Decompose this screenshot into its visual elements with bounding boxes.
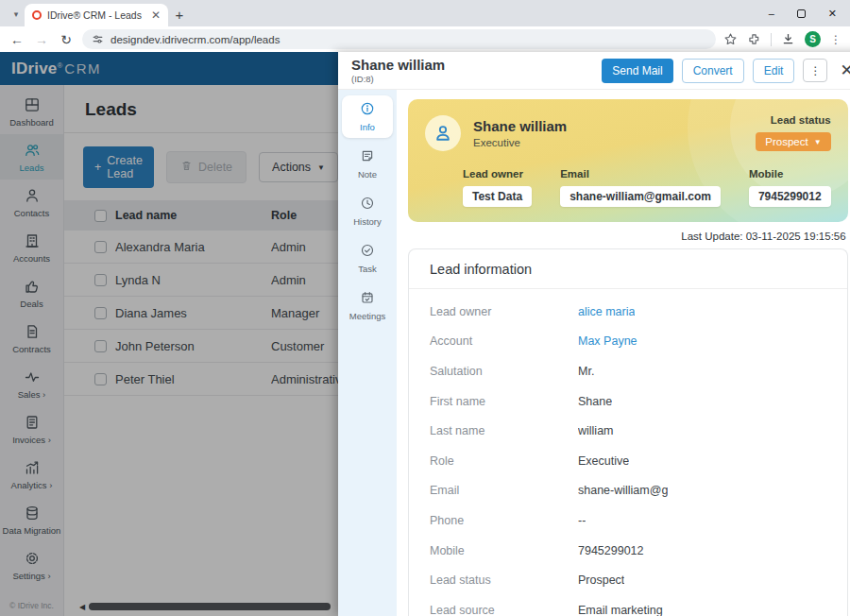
back-icon[interactable]: ← [8,32,26,47]
profile-avatar[interactable]: S [805,31,821,47]
field-value: Prospect [578,573,624,587]
lead-status-dropdown[interactable]: Prospect ▼ [756,132,830,151]
site-favicon-icon [32,10,42,20]
info-field-row: SalutationMr. [430,356,826,386]
tab-label: Note [358,169,377,180]
detail-content: Shane william Executive Lead status Pros… [397,90,850,616]
summary-lead-name: Shane william [473,118,567,134]
field-label: Phone [430,514,578,527]
field-value: Mr. [578,365,594,378]
field-label: Email [430,484,578,497]
browser-toolbar: ← → ↻ designdev.idrivecrm.com/app/leads … [0,26,850,52]
address-bar[interactable]: designdev.idrivecrm.com/app/leads [82,29,716,49]
lead-summary-card: Shane william Executive Lead status Pros… [408,99,848,222]
contact-label: Mobile [749,168,831,180]
browser-tab[interactable]: IDrive® CRM - Leads ✕ [25,4,168,26]
task-icon [360,243,375,260]
lead-id: (ID:8) [351,74,445,84]
contact-value-chip: Test Data [463,186,532,207]
info-field-row: Emailshane-william@g [430,476,826,506]
site-settings-icon[interactable] [92,33,104,45]
field-value[interactable]: alice maria [578,305,635,318]
new-tab-button[interactable]: + [168,3,191,26]
info-field-row: Mobile7945299012 [430,536,826,566]
modal-backdrop[interactable] [0,52,338,616]
url-text: designdev.idrivecrm.com/app/leads [110,34,280,45]
field-label: Account [430,334,578,348]
tab-label: Meetings [349,311,386,321]
screen: ▾ IDrive® CRM - Leads ✕ + – ✕ ← → ↻ desi… [0,0,850,616]
tab-label: Task [358,264,377,274]
field-label: Last name [430,424,578,437]
window-maximize-button[interactable] [797,9,806,18]
tab-label: History [353,216,382,227]
tab-title: IDrive® CRM - Leads [47,9,145,21]
field-label: Role [430,454,578,468]
toolbar-divider [771,33,772,46]
convert-button[interactable]: Convert [682,59,744,83]
field-value: Shane [578,395,612,408]
field-value: Executive [578,454,629,468]
field-label: Lead source [430,604,578,616]
tab-close-icon[interactable]: ✕ [151,9,161,22]
lead-information-card: Lead information Lead owneralice mariaAc… [408,248,848,616]
info-field-row: RoleExecutive [430,446,826,476]
window-close-button[interactable]: ✕ [828,9,837,19]
field-value: -- [578,514,586,527]
info-field-row: Lead owneralice maria [430,297,826,327]
bookmark-star-icon[interactable] [723,32,738,46]
more-options-icon[interactable]: ⋮ [803,59,827,82]
field-value[interactable]: Max Payne [578,334,638,348]
forward-icon[interactable]: → [33,32,50,47]
field-value: william [578,424,614,437]
lead-status-label: Lead status [771,114,831,126]
info-field-row: Lead statusProspect [430,565,826,595]
window-minimize-button[interactable]: – [769,9,774,19]
field-label: Lead status [430,573,578,587]
send-mail-button[interactable]: Send Mail [602,59,672,83]
field-label: Mobile [430,544,578,557]
note-icon [360,148,375,165]
downloads-icon[interactable] [781,32,795,46]
info-field-row: Phone-- [430,505,826,536]
tab-info[interactable]: Info [342,95,393,138]
lead-avatar [425,115,461,151]
summary-contact-lead-owner: Lead ownerTest Data [463,168,532,207]
chevron-down-icon: ▼ [814,138,822,146]
lead-detail-panel: Shane william (ID:8) Send Mail Convert E… [338,52,850,616]
tab-search-icon[interactable]: ▾ [8,5,25,24]
info-field-row: First nameShane [430,386,826,417]
tab-history[interactable]: History [342,190,393,232]
contact-value-chip: 7945299012 [749,186,831,207]
tab-meetings[interactable]: Meetings [342,284,393,327]
meetings-icon [360,290,375,307]
tab-task[interactable]: Task [342,237,393,280]
contact-label: Email [560,168,721,180]
close-panel-icon[interactable]: ✕ [840,60,850,80]
reload-icon[interactable]: ↻ [58,32,75,47]
extensions-icon[interactable] [747,32,761,46]
tab-note[interactable]: Note [342,143,393,185]
summary-contact-email: Emailshane-william@gmail.com [560,168,721,207]
info-field-row: Last namewilliam [430,416,826,446]
summary-lead-role: Executive [473,137,567,148]
lead-name-title: Shane william [351,57,445,73]
info-field-row: AccountMax Payne [430,327,826,357]
info-field-row: Lead sourceEmail marketing [430,595,826,616]
history-icon [360,196,375,213]
edit-button[interactable]: Edit [753,59,795,83]
lead-information-title: Lead information [409,249,847,289]
browser-menu-icon[interactable]: ⋮ [830,33,842,46]
field-label: First name [430,395,578,408]
panel-header: Shane william (ID:8) Send Mail Convert E… [338,52,850,90]
field-value: shane-william@g [578,484,668,497]
browser-tab-bar: ▾ IDrive® CRM - Leads ✕ + – ✕ [0,0,850,26]
field-label: Lead owner [430,305,578,318]
contact-label: Lead owner [463,168,532,180]
field-value: Email marketing [578,604,663,616]
field-label: Salutation [430,365,578,378]
contact-value-chip: shane-william@gmail.com [560,186,721,207]
leads-page-region: IDrive®CRM DashboardLeadsContactsAccount… [0,52,338,616]
field-value: 7945299012 [578,544,644,557]
info-icon [360,101,375,118]
